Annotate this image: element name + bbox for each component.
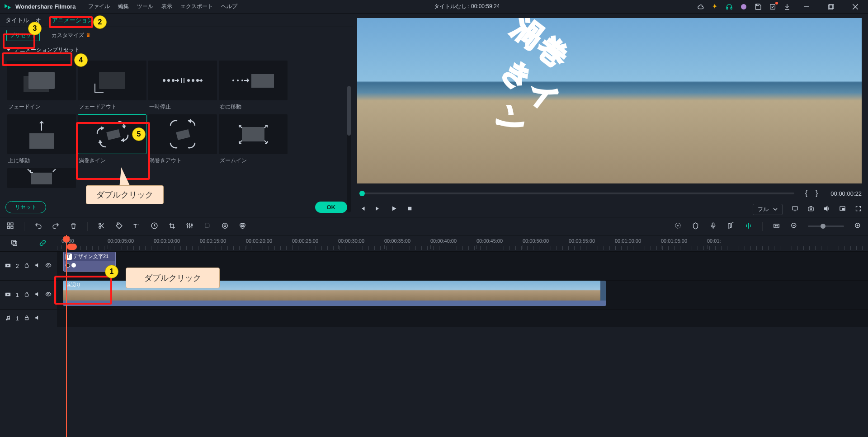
app-logo-icon — [4, 3, 12, 11]
preset-pause[interactable]: 一時停止 — [148, 61, 217, 111]
svg-rect-34 — [11, 223, 13, 225]
bracket-in[interactable]: { — [805, 189, 812, 197]
menu-file[interactable]: ファイル — [88, 3, 110, 10]
collapse-icon — [6, 48, 11, 51]
mix-icon[interactable] — [674, 222, 682, 231]
layout-icon[interactable] — [6, 222, 14, 231]
track-lock-icon[interactable] — [24, 262, 30, 270]
svg-point-14 — [188, 80, 189, 81]
quality-select[interactable]: フル — [753, 204, 783, 215]
premium-icon: ♛ — [86, 32, 91, 38]
svg-rect-33 — [7, 223, 9, 225]
link-icon[interactable] — [39, 239, 47, 248]
zoom-fit-icon[interactable] — [773, 222, 780, 231]
snapshot-icon[interactable] — [807, 205, 814, 213]
headset-icon[interactable] — [725, 3, 733, 11]
svg-rect-75 — [25, 317, 28, 320]
menu-export[interactable]: エクスポート — [180, 3, 213, 10]
track-visible-icon[interactable] — [45, 291, 52, 299]
svg-point-19 — [241, 80, 243, 81]
sparkle-icon[interactable] — [711, 3, 719, 11]
preset-zoomout[interactable] — [7, 168, 76, 191]
timeline-ruler[interactable]: 00:0000:00:05:0000:00:10:0000:00:15:0000… — [0, 235, 868, 251]
copy-track-icon[interactable] — [10, 239, 18, 248]
playhead[interactable] — [66, 235, 67, 437]
zoom-slider[interactable] — [808, 226, 844, 227]
preset-scrollbar[interactable] — [347, 86, 351, 212]
track-video-icon[interactable] — [5, 291, 11, 299]
preview-viewport[interactable]: 渦巻 きイ ン — [357, 18, 862, 183]
fullscreen-icon[interactable] — [855, 205, 862, 213]
redo-icon[interactable] — [52, 222, 60, 231]
pip-icon[interactable] — [839, 205, 846, 213]
tab-animation[interactable]: アニメーション — [52, 14, 93, 26]
crop-icon[interactable] — [168, 222, 176, 231]
snap-icon[interactable] — [745, 222, 752, 231]
effects-icon[interactable] — [203, 222, 211, 231]
preview-seek-slider[interactable] — [359, 193, 794, 194]
window-maximize[interactable] — [822, 0, 840, 13]
track-mute-icon[interactable] — [34, 315, 41, 322]
zoom-in-icon[interactable] — [854, 222, 862, 231]
svg-point-74 — [47, 293, 49, 295]
svg-rect-26 — [408, 207, 412, 211]
bracket-out[interactable]: } — [816, 189, 822, 197]
preset-fadein[interactable]: フェードイン — [7, 61, 76, 111]
app-name: Wondershare Filmora — [15, 3, 75, 10]
menu-edit[interactable]: 編集 — [118, 3, 129, 10]
volume-icon[interactable] — [823, 205, 830, 213]
undo-icon[interactable] — [34, 222, 42, 231]
track-lock-icon[interactable] — [24, 291, 30, 299]
track-mute-icon[interactable] — [34, 291, 41, 299]
prev-frame-button[interactable] — [359, 205, 366, 213]
adjust-icon[interactable] — [186, 222, 193, 231]
voiceover-icon[interactable] — [709, 222, 717, 231]
zoom-out-icon[interactable] — [790, 222, 798, 231]
avatar-icon[interactable] — [740, 3, 748, 11]
ok-button[interactable]: OK — [315, 202, 348, 213]
menu-tool[interactable]: ツール — [137, 3, 153, 10]
preset-moveright[interactable]: 右に移動 — [219, 61, 288, 111]
preset-zoomin[interactable]: ズームイン — [219, 114, 288, 164]
stop-button[interactable] — [406, 205, 413, 213]
tab-title[interactable]: タイトル — [5, 14, 29, 26]
clip-marker[interactable] — [69, 244, 75, 251]
tag-icon[interactable] — [115, 222, 123, 231]
cloud-icon[interactable] — [696, 3, 704, 11]
delete-icon[interactable] — [70, 222, 77, 231]
track-visible-icon[interactable] — [45, 262, 52, 270]
window-close[interactable] — [846, 0, 864, 13]
window-minimize[interactable] — [797, 0, 816, 13]
svg-rect-29 — [808, 207, 813, 211]
menu-view[interactable]: 表示 — [161, 3, 172, 10]
track-mute-icon[interactable] — [34, 262, 41, 270]
speed-icon[interactable] — [151, 222, 158, 231]
track-number: 2 — [16, 263, 19, 269]
chroma-icon[interactable] — [239, 222, 246, 231]
split-icon[interactable] — [98, 222, 105, 231]
preset-moveup[interactable]: 上に移動 — [7, 114, 76, 164]
color-icon[interactable] — [221, 222, 229, 231]
section-animation-presets[interactable]: アニメーションプリセット — [0, 43, 353, 56]
display-icon[interactable] — [792, 205, 798, 213]
text-add-icon[interactable]: T+ — [133, 222, 141, 231]
play-button[interactable] — [391, 205, 397, 213]
track-lock-icon[interactable] — [24, 315, 30, 322]
menu-help[interactable]: ヘルプ — [221, 3, 237, 10]
svg-point-11 — [172, 80, 174, 81]
reset-button[interactable]: リセット — [5, 201, 46, 213]
track-number: 1 — [16, 292, 19, 298]
next-frame-button[interactable] — [375, 205, 382, 213]
save-icon[interactable] — [754, 3, 762, 11]
audio-mix-icon[interactable] — [727, 222, 735, 231]
svg-point-16 — [197, 80, 198, 81]
track-audio-icon[interactable] — [5, 315, 11, 323]
svg-point-9 — [163, 80, 165, 81]
track-video-icon[interactable] — [5, 262, 11, 270]
marker-icon[interactable] — [692, 222, 699, 231]
preset-spiralout[interactable]: 渦巻きアウト — [148, 114, 217, 164]
checkbox-notify-icon[interactable] — [769, 3, 777, 11]
subtab-customize[interactable]: カスタマイズ♛ — [49, 30, 94, 41]
download-icon[interactable] — [783, 3, 791, 11]
preset-fadeout[interactable]: フェードアウト — [78, 61, 146, 111]
